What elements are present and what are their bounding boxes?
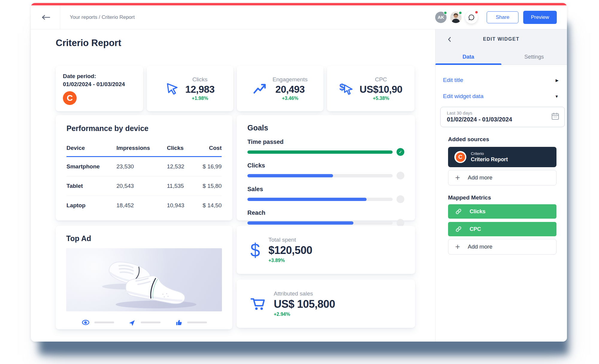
page-title: Criterio Report <box>56 38 121 48</box>
goal-pending-icon <box>397 195 404 203</box>
progress-fill <box>247 221 353 225</box>
goals-card: Goals Time passed ✓ Clicks Sales <box>237 115 415 220</box>
stat-label: Engagements <box>273 76 308 83</box>
notification-dot <box>475 10 478 14</box>
source-provider: Criterio <box>471 151 508 156</box>
performance-by-device-card: Performance by device Device Impressions… <box>56 115 232 220</box>
table-row: Smartphone 23,530 12,532 $ 16,99 <box>66 157 222 176</box>
stat-delta: +5.38% <box>373 96 389 101</box>
top-ad-card: Top Ad <box>56 226 232 329</box>
panel-body: Edit title ▶ Edit widget data ▼ Last 30 … <box>435 65 567 255</box>
criteo-logo: C <box>63 91 77 105</box>
ad-likes-indicator <box>175 319 207 326</box>
stat-delta: +1.98% <box>192 96 208 101</box>
cursor-icon <box>166 82 179 95</box>
stat-value: US$10,90 <box>360 84 403 95</box>
app-window: Your reports / Criterio Report AK <box>31 3 567 342</box>
total-spent-card: $ Total spent $120,500 +3.89% <box>237 226 415 274</box>
metric-chip-clicks[interactable]: Clicks <box>448 204 556 219</box>
date-period-label: Date period: <box>63 72 136 80</box>
panel-header: EDIT WIDGET Data Settings <box>435 29 567 65</box>
link-icon <box>455 208 462 215</box>
stat-delta: +3.46% <box>282 96 298 101</box>
tab-data[interactable]: Data <box>435 51 501 65</box>
ad-image-sneakers <box>66 248 222 311</box>
chevron-left-icon <box>446 36 453 43</box>
trend-icon <box>253 82 267 95</box>
section-title: Performance by device <box>66 124 222 133</box>
stat-value: 20,493 <box>276 84 305 95</box>
breadcrumb[interactable]: Your reports / Criterio Report <box>70 14 135 20</box>
date-period-card[interactable]: Date period: 01/02/2024 - 01/03/2024 C <box>56 66 143 111</box>
edit-widget-panel: EDIT WIDGET Data Settings Edit title ▶ E… <box>435 29 567 342</box>
chat-bubble-icon <box>468 14 475 21</box>
added-sources-label: Added sources <box>448 136 559 143</box>
report-canvas: Criterio Report Date period: 01/02/2024 … <box>31 29 435 342</box>
cpc-stat-card[interactable]: $ CPC US$10,90 +5.38% <box>327 66 415 111</box>
progress-track <box>247 174 393 177</box>
section-title: Goals <box>247 124 404 132</box>
share-button[interactable]: Share <box>487 11 518 23</box>
total-spent-delta: +3.89% <box>268 258 312 263</box>
goal-item: Clicks <box>247 162 404 179</box>
window-accent-bar <box>31 3 567 5</box>
top-bar: Your reports / Criterio Report AK <box>31 5 567 29</box>
goal-pending-icon <box>397 172 404 179</box>
section-title: Top Ad <box>66 234 222 243</box>
goal-item: Sales <box>247 186 404 203</box>
online-status-dot <box>459 11 462 15</box>
attributed-sales-delta: +2.94% <box>274 312 335 317</box>
caret-down-icon: ▼ <box>555 94 559 99</box>
engagements-stat-card[interactable]: Engagements 20,493 +3.46% <box>237 66 323 111</box>
thumbs-up-icon <box>175 319 183 326</box>
goal-complete-icon: ✓ <box>397 148 404 156</box>
tab-settings[interactable]: Settings <box>501 51 567 65</box>
calendar-icon <box>551 112 560 122</box>
link-icon <box>455 226 462 233</box>
mapped-metrics-label: Mapped Metrics <box>448 194 559 201</box>
edit-title-label: Edit title <box>443 77 463 83</box>
metric-chip-cpc[interactable]: CPC <box>448 222 556 236</box>
placeholder-line <box>94 322 114 323</box>
add-source-button[interactable]: + Add more <box>448 170 556 185</box>
svg-text:$: $ <box>339 82 344 92</box>
attributed-sales-label: Attributed sales <box>274 290 335 297</box>
progress-track <box>247 221 393 225</box>
dollar-icon: $ <box>250 240 260 259</box>
avatar-photo[interactable] <box>450 12 462 23</box>
date-range-preset: Last 30 days <box>447 110 547 115</box>
edit-widget-data-row[interactable]: Edit widget data ▼ <box>443 90 559 103</box>
panel-collapse-button[interactable] <box>446 36 453 44</box>
stat-label: CPC <box>375 76 387 83</box>
avatar-initials-text: AK <box>438 15 444 20</box>
table-header-row: Device Impressions Clicks Cost <box>66 142 222 157</box>
total-spent-label: Total spent <box>268 237 312 243</box>
avatar-initials[interactable]: AK <box>435 12 447 23</box>
column-header: Clicks <box>167 142 193 157</box>
clicks-stat-card[interactable]: Clicks 12,983 +1.98% <box>147 66 233 111</box>
date-range-selector[interactable]: Last 30 days 01/02/2024 - 01/03/2024 <box>440 107 565 127</box>
date-period-value: 01/02/2024 - 01/03/2024 <box>63 80 136 89</box>
source-name: Criterio Report <box>471 156 508 163</box>
date-range-value: 01/02/2024 - 01/03/2024 <box>447 116 547 123</box>
cart-icon <box>249 295 267 313</box>
ad-metrics-row <box>66 319 222 326</box>
add-metric-button[interactable]: + Add more <box>448 239 556 255</box>
chat-button[interactable] <box>465 11 478 24</box>
eye-icon <box>81 319 90 326</box>
source-card-criterio[interactable]: C Criterio Criterio Report <box>448 147 556 167</box>
table-row: Tablet 20,543 11,535 $ 15,80 <box>66 176 222 196</box>
dollar-cursor-icon: $ <box>339 81 354 96</box>
preview-button[interactable]: Preview <box>523 11 557 24</box>
criteo-logo: C <box>454 151 466 163</box>
table-row: Laptop 18,452 10,943 $ 14,50 <box>66 196 222 215</box>
back-button[interactable] <box>31 5 60 29</box>
plus-icon: + <box>455 174 460 182</box>
placeholder-line <box>141 322 161 323</box>
topbar-actions: AK Share Preview <box>435 11 567 24</box>
progress-fill <box>247 198 367 201</box>
edit-title-row[interactable]: Edit title ▶ <box>443 74 559 86</box>
attributed-sales-card: Attributed sales US$ 105,800 +2.94% <box>237 280 415 328</box>
edit-widget-data-label: Edit widget data <box>443 93 483 100</box>
progress-track <box>247 198 393 201</box>
